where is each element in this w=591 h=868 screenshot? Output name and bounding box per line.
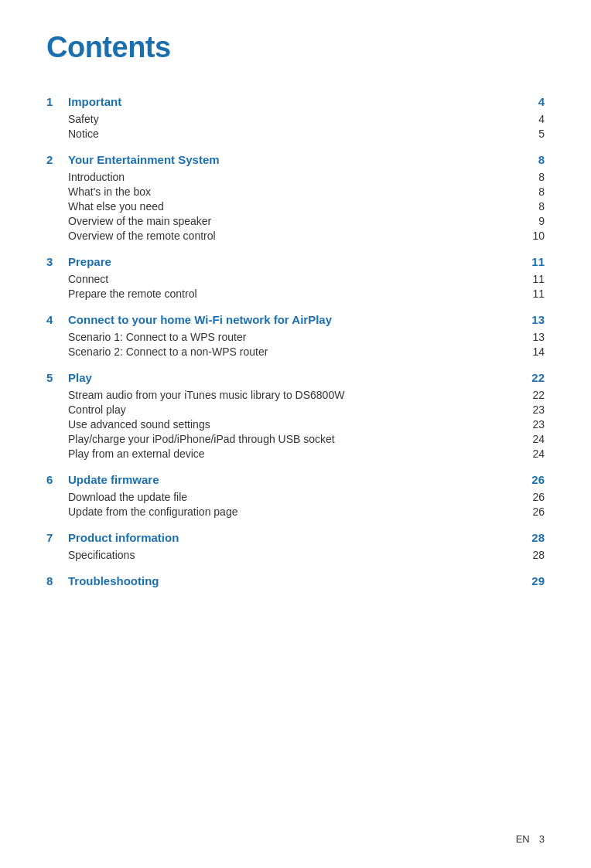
list-item[interactable]: Play from an external device24 xyxy=(46,446,545,461)
list-item[interactable]: Scenario 2: Connect to a non-WPS router1… xyxy=(46,344,545,359)
toc-section-7: 7Product information28Specifications28 xyxy=(46,523,545,562)
list-item[interactable]: Notice5 xyxy=(46,126,545,141)
list-item[interactable]: Scenario 1: Connect to a WPS router13 xyxy=(46,329,545,344)
subsection-title: Stream audio from your iTunes music libr… xyxy=(68,389,521,401)
subsection-list-1: Safety4Notice5 xyxy=(46,111,545,141)
subsection-title: Control play xyxy=(68,403,521,416)
list-item[interactable]: Overview of the main speaker9 xyxy=(46,213,545,228)
list-item[interactable]: Overview of the remote control10 xyxy=(46,228,545,243)
subsection-page: 5 xyxy=(521,128,545,140)
toc-section-6: 6Update firmware26Download the update fi… xyxy=(46,465,545,519)
section-header-5[interactable]: 5Play22 xyxy=(46,363,545,387)
list-item[interactable]: Update from the configuration page26 xyxy=(46,504,545,519)
subsection-page: 26 xyxy=(521,491,545,503)
subsection-page: 14 xyxy=(521,345,545,358)
section-title-8: Troubleshooting xyxy=(68,574,521,587)
toc-section-2: 2Your Entertainment System8Introduction8… xyxy=(46,145,545,243)
section-header-8[interactable]: 8Troubleshooting29 xyxy=(46,567,545,591)
list-item[interactable]: Download the update file26 xyxy=(46,489,545,504)
section-header-1[interactable]: 1Important4 xyxy=(46,87,545,111)
list-item[interactable]: Connect11 xyxy=(46,271,545,286)
section-header-2[interactable]: 2Your Entertainment System8 xyxy=(46,145,545,169)
subsection-title: Scenario 2: Connect to a non-WPS router xyxy=(68,345,521,358)
subsection-title: Introduction xyxy=(68,171,521,183)
subsection-title: Update from the configuration page xyxy=(68,505,521,518)
toc-section-8: 8Troubleshooting29 xyxy=(46,567,545,591)
subsection-title: Notice xyxy=(68,128,521,140)
table-of-contents: 1Important4Safety4Notice52Your Entertain… xyxy=(46,87,545,591)
subsection-page: 22 xyxy=(521,389,545,401)
toc-section-3: 3Prepare11Connect11Prepare the remote co… xyxy=(46,247,545,301)
section-header-6[interactable]: 6Update firmware26 xyxy=(46,465,545,489)
subsection-page: 23 xyxy=(521,418,545,431)
subsection-page: 24 xyxy=(521,448,545,460)
list-item[interactable]: Introduction8 xyxy=(46,169,545,184)
page-title: Contents xyxy=(46,31,545,64)
subsection-page: 28 xyxy=(521,549,545,561)
subsection-page: 11 xyxy=(521,273,545,285)
subsection-list-6: Download the update file26Update from th… xyxy=(46,489,545,519)
section-number-4: 4 xyxy=(46,313,68,326)
subsection-page: 10 xyxy=(521,230,545,242)
section-title-4: Connect to your home Wi-Fi network for A… xyxy=(68,313,521,326)
section-number-1: 1 xyxy=(46,95,68,108)
list-item[interactable]: Specifications28 xyxy=(46,547,545,562)
subsection-title: Safety xyxy=(68,113,521,125)
subsection-list-4: Scenario 1: Connect to a WPS router13Sce… xyxy=(46,329,545,359)
section-number-3: 3 xyxy=(46,255,68,268)
subsection-page: 4 xyxy=(521,113,545,125)
footer: EN 3 xyxy=(516,833,545,845)
toc-section-5: 5Play22Stream audio from your iTunes mus… xyxy=(46,363,545,461)
subsection-title: Overview of the main speaker xyxy=(68,215,521,227)
subsection-page: 23 xyxy=(521,403,545,416)
section-header-4[interactable]: 4Connect to your home Wi-Fi network for … xyxy=(46,305,545,329)
subsection-title: Specifications xyxy=(68,549,521,561)
list-item[interactable]: What else you need8 xyxy=(46,199,545,213)
subsection-title: Use advanced sound settings xyxy=(68,418,521,431)
section-title-5: Play xyxy=(68,371,521,384)
section-page-5: 22 xyxy=(521,371,545,384)
section-title-2: Your Entertainment System xyxy=(68,153,521,166)
section-page-2: 8 xyxy=(521,153,545,166)
subsection-title: Scenario 1: Connect to a WPS router xyxy=(68,331,521,343)
subsection-title: Play/charge your iPod/iPhone/iPad throug… xyxy=(68,433,521,445)
list-item[interactable]: Safety4 xyxy=(46,111,545,126)
list-item[interactable]: Prepare the remote control11 xyxy=(46,286,545,301)
section-header-7[interactable]: 7Product information28 xyxy=(46,523,545,547)
list-item[interactable]: Use advanced sound settings23 xyxy=(46,417,545,431)
section-number-5: 5 xyxy=(46,371,68,384)
section-number-7: 7 xyxy=(46,531,68,544)
subsection-title: Prepare the remote control xyxy=(68,288,521,300)
footer-page: 3 xyxy=(539,833,545,845)
subsection-page: 8 xyxy=(521,171,545,183)
section-page-8: 29 xyxy=(521,574,545,587)
subsection-title: Overview of the remote control xyxy=(68,230,521,242)
section-page-7: 28 xyxy=(521,531,545,544)
section-page-4: 13 xyxy=(521,313,545,326)
section-header-3[interactable]: 3Prepare11 xyxy=(46,247,545,271)
list-item[interactable]: Play/charge your iPod/iPhone/iPad throug… xyxy=(46,431,545,446)
list-item[interactable]: Control play23 xyxy=(46,402,545,417)
subsection-page: 26 xyxy=(521,505,545,518)
section-number-6: 6 xyxy=(46,473,68,486)
subsection-list-2: Introduction8What's in the box8What else… xyxy=(46,169,545,243)
subsection-list-5: Stream audio from your iTunes music libr… xyxy=(46,387,545,461)
toc-section-1: 1Important4Safety4Notice5 xyxy=(46,87,545,141)
subsection-page: 11 xyxy=(521,288,545,300)
list-item[interactable]: What's in the box8 xyxy=(46,184,545,199)
list-item[interactable]: Stream audio from your iTunes music libr… xyxy=(46,387,545,402)
subsection-list-7: Specifications28 xyxy=(46,547,545,562)
section-title-6: Update firmware xyxy=(68,473,521,486)
section-page-3: 11 xyxy=(521,255,545,268)
section-title-7: Product information xyxy=(68,531,521,544)
subsection-page: 9 xyxy=(521,215,545,227)
subsection-title: Download the update file xyxy=(68,491,521,503)
section-title-3: Prepare xyxy=(68,255,521,268)
subsection-list-3: Connect11Prepare the remote control11 xyxy=(46,271,545,301)
subsection-title: What's in the box xyxy=(68,186,521,198)
toc-section-4: 4Connect to your home Wi-Fi network for … xyxy=(46,305,545,359)
footer-lang: EN xyxy=(516,833,530,845)
section-number-8: 8 xyxy=(46,574,68,587)
subsection-page: 8 xyxy=(521,200,545,213)
subsection-title: Connect xyxy=(68,273,521,285)
